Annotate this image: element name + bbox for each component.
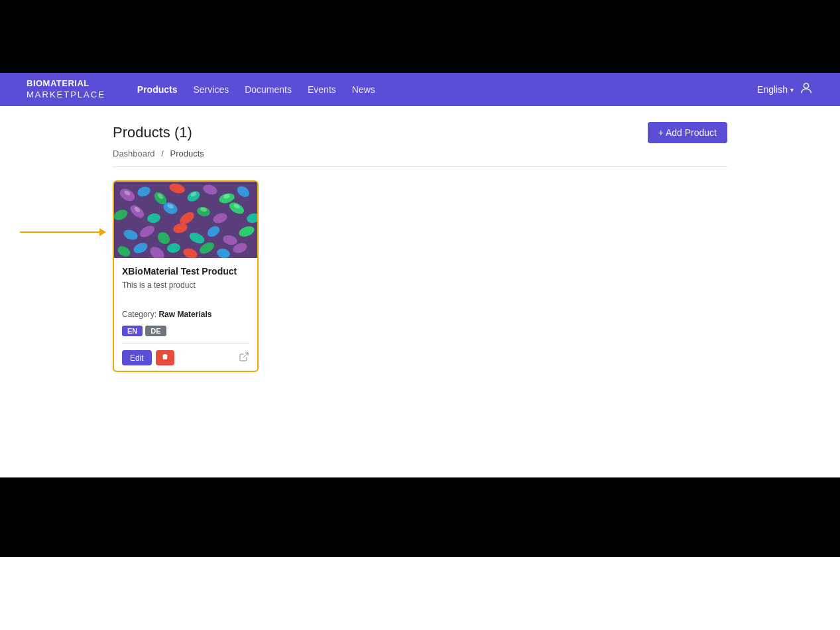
edit-button[interactable]: Edit bbox=[122, 350, 152, 365]
nav-links: Products Services Documents Events News bbox=[137, 84, 736, 95]
nav-services[interactable]: Services bbox=[194, 84, 229, 95]
arrow-annotation bbox=[20, 228, 106, 236]
main-content: Products (1) + Add Product Dashboard / P… bbox=[0, 106, 840, 477]
language-selector[interactable]: English ▾ bbox=[757, 84, 794, 95]
top-black-bar bbox=[0, 0, 840, 73]
bottom-black-bar bbox=[0, 477, 840, 557]
nav-events[interactable]: Events bbox=[308, 84, 336, 95]
nav-right: English ▾ bbox=[757, 81, 813, 99]
product-category: Category: Raw Materials bbox=[122, 310, 249, 319]
breadcrumb: Dashboard / Products bbox=[113, 149, 727, 167]
svg-point-0 bbox=[804, 83, 808, 88]
external-link-icon[interactable] bbox=[239, 351, 249, 365]
navbar: BIOMATERIAL MARKETPLACE Products Service… bbox=[0, 73, 840, 106]
add-product-button[interactable]: + Add Product bbox=[648, 122, 727, 143]
content-wrapper: Products (1) + Add Product Dashboard / P… bbox=[113, 122, 727, 372]
product-actions: Edit bbox=[122, 350, 249, 365]
breadcrumb-separator: / bbox=[161, 149, 164, 158]
product-category-value: Raw Materials bbox=[158, 310, 211, 319]
lang-badge-de[interactable]: DE bbox=[145, 326, 166, 336]
product-body: XBioMaterial Test Product This is a test… bbox=[114, 258, 257, 371]
delete-button[interactable] bbox=[156, 350, 174, 365]
product-actions-left: Edit bbox=[122, 350, 174, 365]
products-grid: XBioMaterial Test Product This is a test… bbox=[113, 180, 727, 372]
arrow-head bbox=[99, 228, 106, 236]
breadcrumb-current: Products bbox=[170, 149, 204, 158]
chevron-down-icon: ▾ bbox=[790, 86, 794, 94]
product-name: XBioMaterial Test Product bbox=[122, 266, 249, 277]
nav-documents[interactable]: Documents bbox=[245, 84, 292, 95]
nav-products[interactable]: Products bbox=[137, 84, 178, 95]
product-image bbox=[114, 182, 257, 258]
page-header: Products (1) + Add Product bbox=[113, 122, 727, 143]
trash-icon bbox=[161, 353, 169, 361]
brand-logo: BIOMATERIAL MARKETPLACE bbox=[27, 78, 105, 101]
page-title: Products (1) bbox=[113, 124, 192, 141]
nav-news[interactable]: News bbox=[352, 84, 375, 95]
product-divider bbox=[122, 343, 249, 344]
breadcrumb-home[interactable]: Dashboard bbox=[113, 149, 155, 158]
lang-badge-en[interactable]: EN bbox=[122, 326, 143, 336]
svg-line-43 bbox=[243, 353, 248, 357]
language-badges: EN DE bbox=[122, 326, 249, 336]
product-description: This is a test product bbox=[122, 281, 249, 304]
arrow-line bbox=[20, 231, 99, 233]
user-icon[interactable] bbox=[799, 81, 813, 99]
product-card[interactable]: XBioMaterial Test Product This is a test… bbox=[113, 180, 259, 372]
